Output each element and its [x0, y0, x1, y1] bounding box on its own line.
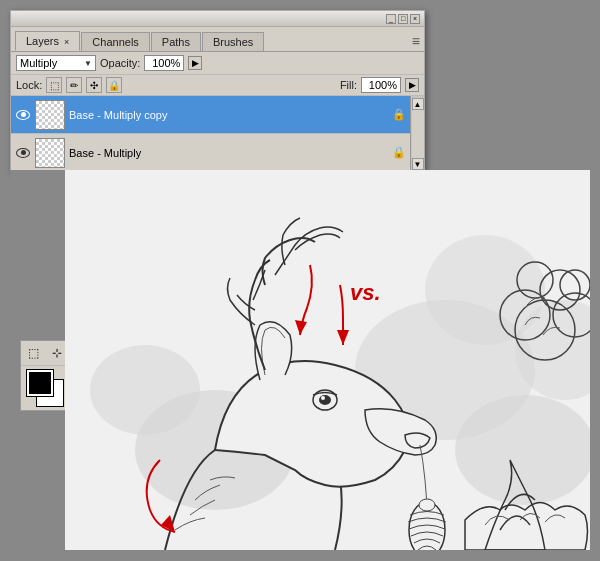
layer-name: Base - Multiply copy — [69, 109, 388, 121]
eye-icon — [16, 148, 30, 158]
blend-mode-dropdown[interactable]: Multiply ▼ — [16, 55, 96, 71]
layer-visibility-toggle[interactable] — [15, 145, 31, 161]
svg-point-8 — [319, 395, 331, 405]
layer-item[interactable]: Base - Multiply copy 🔒 — [11, 96, 410, 134]
tab-channels[interactable]: Channels — [81, 32, 149, 51]
tab-layers[interactable]: Layers × — [15, 31, 80, 51]
svg-point-2 — [90, 345, 200, 435]
layers-list: Base - Multiply copy 🔒 Base - Multiply 🔒 — [11, 96, 410, 172]
layer-name: Base - Multiply — [69, 147, 388, 159]
tabs-row: Layers × Channels Paths Brushes ≡ — [11, 27, 424, 52]
scrollbar-down-button[interactable]: ▼ — [412, 158, 424, 170]
blend-opacity-row: Multiply ▼ Opacity: 100% ▶ — [11, 52, 424, 75]
lock-label: Lock: — [16, 79, 42, 91]
fill-input[interactable]: 100% — [361, 77, 401, 93]
maximize-button[interactable]: □ — [398, 14, 408, 24]
canvas-content: vs. — [65, 170, 590, 550]
tab-close-icon[interactable]: × — [64, 37, 69, 47]
tab-paths[interactable]: Paths — [151, 32, 201, 51]
eye-pupil — [21, 150, 26, 155]
tab-brushes[interactable]: Brushes — [202, 32, 264, 51]
svg-text:vs.: vs. — [350, 280, 381, 305]
drawing-canvas: vs. — [65, 170, 590, 550]
foreground-color-swatch[interactable] — [27, 370, 53, 396]
lock-all-button[interactable]: 🔒 — [106, 77, 122, 93]
layers-wrapper: Base - Multiply copy 🔒 Base - Multiply 🔒 — [11, 96, 424, 172]
opacity-input[interactable]: 100% — [144, 55, 184, 71]
scrollbar-thumb[interactable] — [412, 110, 424, 158]
eye-icon — [16, 110, 30, 120]
toolbox: ⬚ ⊹ — [20, 340, 70, 411]
lock-paint-button[interactable]: ✏ — [66, 77, 82, 93]
fill-arrow-button[interactable]: ▶ — [405, 78, 419, 92]
layers-panel: _ □ × Layers × Channels Paths Brushes ≡ … — [10, 10, 425, 173]
lock-move-button[interactable]: ✣ — [86, 77, 102, 93]
layer-visibility-toggle[interactable] — [15, 107, 31, 123]
layer-lock-icon: 🔒 — [392, 146, 406, 159]
toolbox-row: ⬚ ⊹ — [21, 341, 69, 366]
dropdown-arrow-icon: ▼ — [84, 59, 92, 68]
thumbnail-checker — [36, 101, 64, 129]
thumbnail-checker — [36, 139, 64, 167]
color-swatches[interactable] — [27, 370, 63, 406]
layer-lock-icon: 🔒 — [392, 108, 406, 121]
fill-label: Fill: — [340, 79, 357, 91]
title-bar: _ □ × — [11, 11, 424, 27]
opacity-arrow-button[interactable]: ▶ — [188, 56, 202, 70]
opacity-label: Opacity: — [100, 57, 140, 69]
panel-options-menu[interactable]: ≡ — [412, 33, 420, 51]
minimize-button[interactable]: _ — [386, 14, 396, 24]
svg-point-9 — [321, 396, 325, 400]
canvas-area: ⬚ ⊹ — [10, 170, 590, 550]
layer-thumbnail — [35, 138, 65, 168]
lock-fill-row: Lock: ⬚ ✏ ✣ 🔒 Fill: 100% ▶ — [11, 75, 424, 96]
layer-item[interactable]: Base - Multiply 🔒 — [11, 134, 410, 172]
layer-thumbnail — [35, 100, 65, 130]
close-button[interactable]: × — [410, 14, 420, 24]
window-controls: _ □ × — [386, 14, 420, 24]
svg-point-15 — [419, 499, 435, 511]
scrollbar-up-button[interactable]: ▲ — [412, 98, 424, 110]
scrollbar-track[interactable]: ▲ ▼ — [410, 96, 424, 172]
rect-select-tool[interactable]: ⬚ — [21, 341, 45, 365]
lock-transparency-button[interactable]: ⬚ — [46, 77, 62, 93]
svg-point-4 — [455, 395, 590, 505]
eye-pupil — [21, 112, 26, 117]
